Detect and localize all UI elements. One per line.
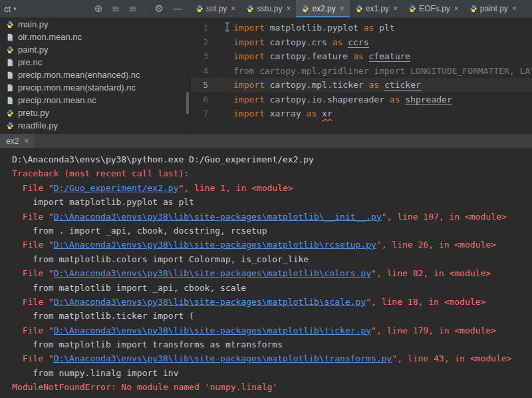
console-text: from matplotlib import _api, cbook, scal… [12,283,246,293]
python-file-icon [6,21,14,29]
console-line: from matplotlib import transforms as mtr… [12,337,532,351]
close-icon[interactable]: × [24,136,29,146]
console-text: ModuleNotFoundError: No module named 'nu… [12,382,277,392]
run-panel-header: ex2 × [0,133,532,148]
close-icon[interactable]: × [393,4,398,13]
code-token: import [233,23,265,33]
tree-toolbar-icons: ⊕≡≡⚙— [94,3,182,14]
tree-item[interactable]: precip.mon.mean.nc [0,94,190,106]
locate-icon[interactable]: ⊕ [94,4,103,14]
console-text: import matplotlib.pyplot as plt [12,197,194,207]
code-text: from cartopy.mpl.gridliner import LONGIT… [191,64,532,79]
project-panel-toolbar: ct ▾ ⊕≡≡⚙— [0,0,190,17]
code-text: import cartopy.io.shapereader as shpread… [191,93,532,107]
python-file-icon [6,109,14,117]
console-line: from matplotlib import _api, cbook, scal… [12,281,532,295]
collapse-all-icon[interactable]: ≡ [128,4,137,14]
tree-item[interactable]: paint.py [0,43,190,56]
console-line: File "D:/Guo_experiment/ex2.py", line 1,… [12,181,532,195]
pycharm-window: ct ▾ ⊕≡≡⚙— sst.py× sstu.py× ex2.py× ex1.… [0,0,532,398]
file-name: pre.nc [18,57,42,67]
tab-label: sstu.py [257,4,282,13]
editor-tab-sst-py[interactable]: sst.py× [190,0,241,17]
editor-tab-ex2-py[interactable]: ex2.py× [296,0,349,17]
tree-item[interactable]: main.py [0,18,190,31]
settings-gear-icon[interactable]: ⚙ [155,4,164,14]
code-token: as [353,51,364,61]
line-number: 4 [191,64,208,79]
tree-item[interactable]: olr.mon.mean.nc [0,31,190,43]
python-file-icon [6,46,14,54]
code-token [379,80,384,90]
code-text: import cartopy.feature as cfeature [191,49,532,64]
console-line: from numpy.linalg import inv [12,366,532,380]
tree-rows: main.py olr.mon.mean.nc paint.py pre.nc … [0,18,190,132]
editor-tab-sstu-py[interactable]: sstu.py× [241,0,296,17]
line-number: 6 [191,93,208,107]
console-text: D:\Anaconda3\envs\py38\python.exe D:/Guo… [12,154,314,164]
console-text: from matplotlib import transforms as mtr… [12,339,283,349]
traceback-file-link[interactable]: D:\Anaconda3\envs\py38\lib\site-packages… [54,240,376,250]
close-icon[interactable]: × [340,4,344,13]
console-text: File " [12,268,54,278]
code-token: ccrs [348,37,368,48]
code-token: plt [374,23,394,33]
tab-label: paint.py [480,4,508,13]
console-line: File "D:\Anaconda3\envs\py38\lib\site-pa… [12,238,532,252]
editor-line: 5import cartopy.mpl.ticker as cticker [191,78,532,93]
console-line: D:\Anaconda3\envs\py38\python.exe D:/Guo… [12,152,532,166]
traceback-file-link[interactable]: D:\Anaconda3\envs\py38\lib\site-packages… [54,353,392,363]
editor-tab-EOFs-py[interactable]: EOFs.py× [403,0,464,17]
tree-item[interactable]: precip.mon.mean(enhanced).nc [0,69,190,81]
close-icon[interactable]: × [231,4,235,13]
editor-line: 7import xarray as xr [191,106,532,121]
tree-item[interactable]: pre.nc [0,56,190,69]
close-icon[interactable]: × [454,4,459,13]
traceback-file-link[interactable]: D:\Anaconda3\envs\py38\lib\site-packages… [54,297,366,307]
generic-file-icon [6,97,14,104]
traceback-file-link[interactable]: D:/Guo_experiment/ex2.py [54,183,179,193]
line-number: 3 [191,49,208,64]
console-text: ", line 43, in <module> [392,353,511,363]
console-line: from . import _api, cbook, docstring, rc… [12,224,532,238]
console-text: from numpy.linalg import inv [12,368,178,378]
tree-item[interactable]: pretu.py [0,106,190,119]
console-text: File " [12,212,54,222]
code-token [317,108,322,118]
editor-tab-ex1-py[interactable]: ex1.py× [350,0,403,17]
tab-label: EOFs.py [419,4,450,13]
close-icon[interactable]: × [286,4,291,13]
editor-line: 6import cartopy.io.shapereader as shprea… [191,93,532,107]
console-text: File " [12,183,54,193]
console-line: File "D:\Anaconda3\envs\py38\lib\site-pa… [12,266,532,280]
console-line: from matplotlib.ticker import ( [12,309,532,323]
run-tab-ex2[interactable]: ex2 × [0,134,35,148]
hide-panel-icon[interactable]: — [172,4,182,14]
code-token: cfeature [369,51,411,62]
tree-item[interactable]: precip.mon.mean(standard).nc [0,81,190,94]
code-token: as [332,37,343,47]
text-cursor-icon [224,22,230,34]
close-icon[interactable]: × [512,4,517,13]
line-number: 5 [191,78,208,93]
project-selector[interactable]: ct [4,4,11,14]
code-text: import xarray as xr [191,106,532,121]
tree-item[interactable]: readfile.py [0,119,190,132]
console-text: ", line 18, in <module> [366,297,485,307]
python-file-icon [196,5,203,13]
traceback-file-link[interactable]: D:\Anaconda3\envs\py38\lib\site-packages… [54,212,382,222]
console-text: File " [12,325,54,335]
python-file-icon [355,5,363,13]
code-editor[interactable]: 1import matplotlib.pyplot as plt2import … [191,18,532,133]
code-token: matplotlib.pyplot [265,23,364,33]
expand-all-icon[interactable]: ≡ [111,4,120,14]
code-text: import matplotlib.pyplot as plt [191,21,532,35]
python-file-icon [301,5,309,13]
traceback-file-link[interactable]: D:\Anaconda3\envs\py38\lib\site-packages… [54,268,371,278]
editor-tab-paint-py[interactable]: paint.py× [464,0,522,17]
traceback-file-link[interactable]: D:\Anaconda3\envs\py38\lib\site-packages… [54,325,371,335]
tree-scrollbar[interactable] [186,92,189,114]
code-token: as [390,95,400,104]
editor-line: 3import cartopy.feature as cfeature [191,49,532,64]
console-text: ", line 26, in <module> [376,240,496,250]
